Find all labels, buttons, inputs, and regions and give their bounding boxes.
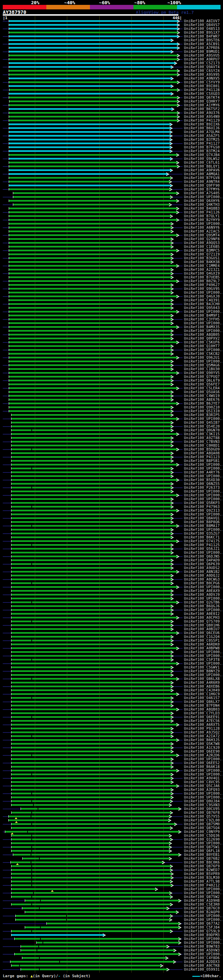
subject-id-label[interactable]: UniRef100_UPI000.. <box>184 769 223 772</box>
alignment-bar[interactable] <box>9 311 176 313</box>
subject-id-label[interactable]: UniRef100_B9DFM3 <box>184 934 220 937</box>
alignment-bar[interactable] <box>11 934 103 936</box>
alignment-bar[interactable] <box>13 196 170 198</box>
alignment-bar[interactable] <box>13 192 176 194</box>
alignment-bar[interactable] <box>9 127 170 129</box>
subject-id-label[interactable]: UniRef100_Q84VS7 <box>184 23 220 27</box>
alignment-bar[interactable] <box>9 116 177 118</box>
subject-id-label[interactable]: UniRef100_Q12690 <box>184 838 220 841</box>
alignment-bar[interactable] <box>11 502 171 504</box>
alignment-bar[interactable] <box>11 861 162 863</box>
subject-id-label[interactable]: UniRef100_C1MME4 <box>184 264 220 268</box>
subject-id-label[interactable]: UniRef100_A5DVW3 <box>184 949 220 952</box>
subject-id-label[interactable]: UniRef100_A9SVU5 <box>184 54 220 57</box>
alignment-bar[interactable] <box>13 204 169 205</box>
subject-id-label[interactable]: UniRef100_UPI000.. <box>184 222 223 226</box>
alignment-bar[interactable] <box>9 181 169 183</box>
subject-id-label[interactable]: UniRef100_A2IAC5 <box>184 230 220 233</box>
alignment-bar[interactable] <box>11 422 171 423</box>
subject-id-label[interactable]: UniRef100_A6RXT5 <box>184 723 220 727</box>
subject-id-label[interactable]: UniRef100_UPI000.. <box>184 321 223 325</box>
alignment-bar[interactable] <box>9 85 171 87</box>
subject-id-label[interactable]: UniRef100_B6H3J5 <box>184 738 220 742</box>
alignment-bar[interactable] <box>11 739 176 741</box>
alignment-bar[interactable] <box>11 724 176 725</box>
subject-id-label[interactable]: UniRef100_B2WED7 <box>184 869 220 872</box>
alignment-bar[interactable] <box>9 39 171 41</box>
subject-id-label[interactable]: UniRef100_A9RPU7 <box>184 58 220 61</box>
alignment-bar[interactable] <box>11 728 171 729</box>
alignment-bar[interactable] <box>11 529 171 530</box>
alignment-bar[interactable] <box>11 712 171 714</box>
alignment-bar[interactable] <box>11 766 171 768</box>
alignment-bar[interactable] <box>9 265 176 267</box>
alignment-bar[interactable] <box>9 410 171 412</box>
subject-id-label[interactable]: UniRef100_Q4PAD9 <box>184 558 220 562</box>
subject-id-label[interactable]: UniRef100_Q6NZ55 <box>184 482 220 486</box>
alignment-bar[interactable] <box>13 854 178 856</box>
subject-id-label[interactable]: UniRef100_Q29NF8 <box>184 237 220 241</box>
subject-id-label[interactable]: UniRef100_UPI000.. <box>184 673 223 677</box>
alignment-bar[interactable] <box>9 819 168 821</box>
alignment-bar[interactable] <box>11 643 171 645</box>
subject-id-label[interactable]: UniRef100_C8VC95 <box>184 780 220 784</box>
alignment-bar[interactable] <box>11 743 171 745</box>
subject-id-label[interactable]: UniRef100_A6N9Y6 <box>184 226 220 229</box>
alignment-bar[interactable] <box>9 62 174 64</box>
alignment-bar[interactable] <box>9 104 177 106</box>
subject-id-label[interactable]: UniRef100_C5P3T8 <box>184 658 220 662</box>
subject-id-label[interactable]: UniRef100_UPI000.. <box>184 918 223 921</box>
subject-id-label[interactable]: UniRef100_C1E6B5 <box>184 245 220 248</box>
subject-id-label[interactable]: UniRef100_B8C0K6 <box>184 861 220 864</box>
alignment-bar[interactable] <box>11 498 171 500</box>
alignment-bar[interactable] <box>9 399 171 401</box>
alignment-bar[interactable] <box>9 284 171 286</box>
subject-id-label[interactable]: UniRef100_A9ZT88 <box>184 436 220 440</box>
subject-id-label[interactable]: UniRef100_A8MQA1 <box>184 172 220 176</box>
subject-id-label[interactable]: UniRef100_B9S1X7 <box>184 31 220 34</box>
alignment-bar[interactable] <box>9 200 176 202</box>
subject-id-label[interactable]: UniRef100_Q9LWS2 <box>184 157 220 161</box>
alignment-bar[interactable] <box>11 632 176 634</box>
subject-id-label[interactable]: UniRef100_B0Z9L7 <box>184 280 220 283</box>
subject-id-label[interactable]: UniRef100_P40212 <box>184 884 220 887</box>
subject-id-label[interactable]: UniRef100_Q6XHY6 <box>184 199 220 203</box>
alignment-bar[interactable] <box>11 735 171 737</box>
alignment-bar[interactable] <box>11 747 171 748</box>
subject-id-label[interactable]: UniRef100_UPI000.. <box>184 662 223 665</box>
alignment-bar[interactable] <box>11 781 171 783</box>
alignment-bar[interactable] <box>9 173 166 175</box>
subject-id-label[interactable]: UniRef100_A2IA72 <box>184 735 220 738</box>
alignment-bar[interactable] <box>11 475 171 477</box>
alignment-bar[interactable] <box>11 773 171 775</box>
subject-id-label[interactable]: UniRef100_C4Y8D6 <box>184 956 220 960</box>
alignment-bar[interactable] <box>9 334 171 336</box>
subject-id-label[interactable]: UniRef100_Q5I3I0 <box>184 409 220 413</box>
subject-id-label[interactable]: UniRef100_Q9GV95 <box>184 287 220 291</box>
alignment-bar[interactable] <box>9 292 171 293</box>
alignment-bar[interactable] <box>11 789 171 791</box>
subject-id-label[interactable]: UniRef100_B2YHY9 <box>184 218 220 222</box>
subject-id-label[interactable]: UniRef100_B0CPG6 <box>184 582 220 585</box>
subject-id-label[interactable]: UniRef100_Q5MAG6 <box>184 364 220 367</box>
subject-id-label[interactable]: UniRef100_Q4GXJ0 <box>184 295 220 298</box>
subject-id-label[interactable]: UniRef100_P41128 <box>184 88 220 92</box>
alignment-bar[interactable] <box>11 693 176 695</box>
subject-id-label[interactable]: UniRef100_B3TM25 <box>184 138 220 142</box>
subject-id-label[interactable]: UniRef100_UPI000.. <box>184 914 223 918</box>
alignment-bar[interactable] <box>11 885 171 886</box>
subject-id-label[interactable]: UniRef100_B8NYZ9 <box>184 670 220 673</box>
alignment-bar[interactable] <box>11 624 171 626</box>
subject-id-label[interactable]: UniRef100_B7UEB5 <box>184 276 220 279</box>
alignment-bar[interactable] <box>11 785 176 787</box>
alignment-bar[interactable] <box>11 670 171 672</box>
alignment-bar[interactable] <box>9 54 177 56</box>
subject-id-label[interactable]: UniRef100_B5XD30 <box>184 478 220 482</box>
subject-id-label[interactable]: UniRef100_A2I3Z1 <box>184 268 220 272</box>
alignment-bar[interactable] <box>25 900 178 901</box>
subject-id-label[interactable]: UniRef100_P91128 <box>184 727 220 730</box>
subject-id-label[interactable]: UniRef100_Q0UJ84 <box>184 800 220 803</box>
subject-id-label[interactable]: UniRef100_A7PRE6 <box>184 46 220 50</box>
subject-id-label[interactable]: UniRef100_Q6FL18 <box>184 849 220 853</box>
subject-id-label[interactable]: UniRef100_A1D9H8 <box>184 899 220 902</box>
